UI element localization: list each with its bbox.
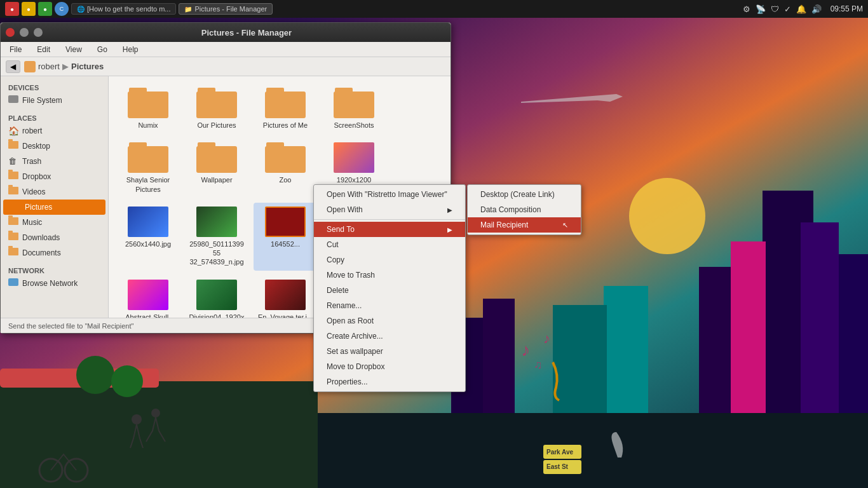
sidebar-item-trash[interactable]: 🗑 Trash [1, 154, 108, 169]
svg-rect-12 [0, 381, 318, 488]
svg-point-15 [111, 365, 143, 397]
file-thumbnail [265, 207, 306, 237]
svg-text:♪: ♪ [543, 330, 550, 346]
sidebar-item-downloads[interactable]: Downloads [1, 230, 108, 245]
file-25980[interactable]: 25980_5011139955 32_574839_n.jpg [185, 203, 248, 271]
systray-icon-2: 📡 [756, 4, 766, 14]
sidebar-item-pictures[interactable]: Pictures [3, 200, 105, 215]
submenu-data-composition[interactable]: Data Composition [468, 202, 581, 217]
ctx-rename[interactable]: Rename... [314, 298, 465, 313]
systray-icon-3: 🛡 [771, 4, 779, 14]
sidebar-item-dropbox[interactable]: Dropbox [1, 169, 108, 184]
breadcrumb-home: robert [38, 62, 60, 71]
folder-screenshots[interactable]: ScreenShots [322, 84, 386, 133]
taskbar-window-2[interactable]: 📁 Pictures - File Manager [179, 3, 273, 15]
ctx-open-as-root[interactable]: Open as Root [314, 313, 465, 329]
titlebar: Pictures - File Manager [1, 23, 451, 42]
svg-point-25 [132, 414, 142, 424]
back-button[interactable]: ◀ [6, 60, 20, 73]
app-icon-chrome[interactable]: C [55, 2, 69, 16]
file-thumbnail [334, 142, 374, 173]
svg-point-26 [151, 409, 160, 417]
ctx-open-with[interactable]: Open With ▶ [314, 202, 465, 217]
taskbar-window-1[interactable]: 🌐 [How to get the sendto m... [71, 3, 176, 15]
svg-point-1 [629, 178, 705, 254]
submenu-arrow-send-to: ▶ [447, 226, 452, 233]
menubar: File Edit View Go Help [1, 42, 451, 57]
svg-text:East St: East St [546, 463, 569, 470]
sidebar-section-places: PLACES [1, 112, 108, 123]
ctx-move-to-trash[interactable]: Move to Trash [314, 268, 465, 283]
menu-file[interactable]: File [6, 44, 25, 55]
sidebar-item-documents[interactable]: Documents [1, 245, 108, 261]
ctx-send-to[interactable]: Send To ▶ [314, 222, 465, 237]
sidebar-item-videos[interactable]: Videos [1, 184, 108, 200]
taskbar-right: ⚙ 📡 🛡 ✓ 🔔 🔊 09:55 PM [743, 4, 863, 14]
folder-icon [265, 142, 306, 173]
taskbar: ● ● ● C 🌐 [How to get the sendto m... 📁 … [0, 0, 868, 18]
home-icon [24, 61, 36, 72]
systray-icon-5: 🔔 [796, 4, 806, 14]
ctx-create-archive[interactable]: Create Archive... [314, 329, 465, 344]
ctx-copy[interactable]: Copy [314, 252, 465, 268]
folder-our-pictures[interactable]: Our Pictures [185, 84, 248, 133]
sidebar-item-music[interactable]: Music [1, 215, 108, 230]
menu-help[interactable]: Help [119, 44, 142, 55]
file-division[interactable]: Division04_1920x1200.jpg [185, 276, 248, 318]
sidebar-section-network: NETWORK [1, 264, 108, 276]
systray-icon-4: ✓ [784, 4, 791, 14]
maximize-button[interactable] [34, 28, 43, 37]
submenu-desktop-link[interactable]: Desktop (Create Link) [468, 187, 581, 202]
systray-icon-1: ⚙ [743, 4, 750, 14]
breadcrumb-separator: ▶ [62, 62, 69, 71]
file-skull[interactable]: Abstract-Skull-Colorful-Wallpapers-HD.jp… [116, 276, 180, 318]
file-voyage[interactable]: En_Voyage ter.j... [254, 276, 317, 318]
ctx-properties[interactable]: Properties... [314, 374, 465, 390]
folder-pictures-of-me[interactable]: Pictures of Me [254, 84, 317, 133]
submenu-arrow-open-with: ▶ [447, 207, 452, 214]
sidebar-item-desktop[interactable]: Desktop [1, 139, 108, 154]
menu-go[interactable]: Go [93, 44, 111, 55]
minimize-button[interactable] [20, 28, 29, 37]
folder-icon [196, 142, 237, 173]
folder-icon [128, 142, 168, 173]
close-button[interactable] [6, 28, 15, 37]
ctx-delete[interactable]: Delete [314, 283, 465, 298]
menu-edit[interactable]: Edit [33, 44, 54, 55]
folder-icon [334, 88, 374, 118]
cursor-indicator: ↖ [562, 221, 568, 229]
sidebar-item-browse-network[interactable]: Browse Network [1, 276, 108, 291]
ctx-set-wallpaper[interactable]: Set as wallpaper [314, 344, 465, 359]
sidebar-item-filesystem[interactable]: File System [1, 93, 108, 108]
app-icon-yellow[interactable]: ● [22, 2, 36, 16]
clock: 09:55 PM [831, 4, 863, 13]
send-to-submenu: Desktop (Create Link) Data Composition M… [467, 184, 581, 235]
app-icon-red[interactable]: ● [5, 2, 19, 16]
ctx-separator-1 [314, 219, 465, 220]
ctx-open-with-ristretto[interactable]: Open With "Ristretto Image Viewer" [314, 187, 465, 202]
ctx-move-to-dropbox[interactable]: Move to Dropbox [314, 359, 465, 374]
sidebar: DEVICES File System PLACES 🏠 robert Desk… [1, 76, 109, 318]
folder-numix[interactable]: Numix [116, 84, 180, 133]
menu-view[interactable]: View [62, 44, 86, 55]
submenu-mail-recipient[interactable]: Mail Recipient ↖ [468, 217, 581, 233]
sidebar-item-robert[interactable]: 🏠 robert [1, 123, 108, 139]
folder-icon [128, 88, 168, 118]
svg-text:Park Ave: Park Ave [546, 449, 574, 456]
systray-icon-6: 🔊 [811, 4, 822, 14]
file-thumbnail [196, 207, 237, 237]
svg-text:♫: ♫ [534, 358, 543, 371]
file-2560x1440[interactable]: 2560x1440.jpg [116, 203, 180, 271]
file-thumbnail [128, 280, 168, 310]
context-menu: Open With "Ristretto Image Viewer" Open … [313, 184, 466, 392]
file-164552[interactable]: 164552... [254, 203, 317, 271]
sidebar-section-devices: DEVICES [1, 81, 108, 93]
folder-zoo[interactable]: Zoo [254, 139, 317, 198]
app-icon-green[interactable]: ● [38, 2, 52, 16]
taskbar-left: ● ● ● C 🌐 [How to get the sendto m... 📁 … [5, 2, 273, 16]
folder-icon [265, 88, 306, 118]
folder-shayla[interactable]: Shayla Senior Pictures [116, 139, 180, 198]
folder-wallpaper[interactable]: Wallpaper [185, 139, 248, 198]
ctx-cut[interactable]: Cut [314, 237, 465, 252]
file-thumbnail [196, 280, 237, 310]
